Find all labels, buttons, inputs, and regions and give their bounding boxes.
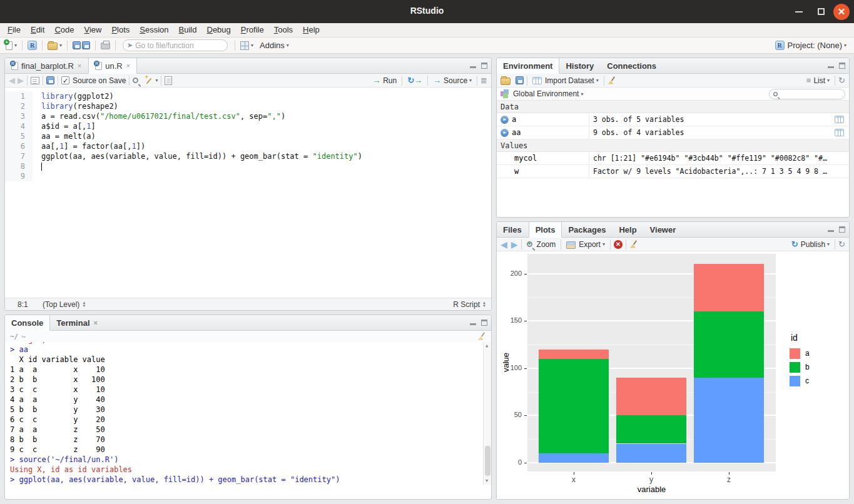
scope-indicator[interactable]: (Top Level)	[43, 300, 79, 309]
maximize-pane-icon[interactable]	[839, 226, 845, 233]
view-data-icon[interactable]	[835, 116, 844, 123]
menu-item-edit[interactable]: Edit	[26, 23, 49, 37]
tab-packages[interactable]: Packages	[562, 222, 613, 237]
minimize-pane-icon[interactable]	[828, 63, 834, 68]
scroll-thumb[interactable]	[485, 446, 491, 476]
tab-history[interactable]: History	[559, 58, 601, 73]
expand-object-icon[interactable]: ▶	[501, 116, 509, 124]
chevron-down-icon[interactable]: ▾	[155, 78, 158, 83]
refresh-plot-icon[interactable]: ↻	[838, 239, 845, 249]
scroll-up-icon[interactable]: ▲	[485, 343, 488, 348]
tab-help[interactable]: Help	[613, 222, 643, 237]
tab-files[interactable]: Files	[497, 222, 529, 237]
scroll-down-icon[interactable]: ▼	[485, 478, 488, 483]
tab-un-r[interactable]: un.R×	[88, 58, 137, 74]
panes-layout-button[interactable]: ▾	[238, 40, 255, 51]
menu-item-session[interactable]: Session	[135, 23, 173, 37]
goto-file-search[interactable]: ➤	[123, 39, 228, 51]
tab-final-barplot-r[interactable]: final_barplot.R×	[5, 58, 88, 73]
tab-plots[interactable]: Plots	[529, 222, 562, 238]
zoom-plot-button[interactable]: Zoom	[525, 239, 558, 250]
document-outline-icon[interactable]: ≣	[480, 76, 487, 85]
addins-button[interactable]: Addins▾	[255, 39, 291, 51]
maximize-pane-icon[interactable]	[481, 320, 487, 326]
minimize-pane-icon[interactable]	[828, 226, 834, 232]
back-icon[interactable]: ◀	[9, 76, 15, 85]
chevron-down-icon[interactable]: ▾	[581, 91, 583, 97]
goto-file-input[interactable]	[135, 41, 216, 50]
refresh-icon[interactable]: ↻	[838, 76, 845, 85]
file-type-indicator[interactable]: R Script	[453, 300, 480, 309]
compile-report-icon[interactable]	[165, 76, 172, 85]
rerun-button[interactable]: ↻→	[405, 74, 424, 86]
environment-search-input[interactable]	[780, 90, 836, 98]
maximize-pane-icon[interactable]	[839, 63, 845, 69]
environment-search[interactable]	[769, 89, 845, 99]
chevron-down-icon[interactable]: ▾	[251, 43, 253, 48]
new-file-button[interactable]: +▾	[4, 40, 19, 51]
environment-object-row[interactable]: ▶aa9 obs. of 4 variables	[497, 126, 849, 139]
tab-connections[interactable]: Connections	[601, 58, 663, 73]
chevron-down-icon[interactable]: ▾	[469, 78, 472, 83]
project-menu[interactable]: R Project: (None) ▾	[775, 41, 850, 50]
console-scrollbar[interactable]: ▲ ▼	[483, 342, 491, 485]
chevron-down-icon[interactable]: ▾	[59, 43, 62, 48]
tab-environment[interactable]: Environment	[497, 58, 559, 74]
scope-selector[interactable]: Global Environment	[513, 89, 579, 98]
menu-item-debug[interactable]: Debug	[202, 23, 236, 37]
environment-object-row[interactable]: ▶a3 obs. of 5 variables	[497, 113, 849, 126]
expand-object-icon[interactable]: ▶	[501, 129, 509, 137]
open-file-button[interactable]: ▾	[46, 40, 64, 51]
code-editor[interactable]: 1library(ggplot2)2library(reshape2)3a = …	[5, 88, 491, 298]
minimize-pane-icon[interactable]	[470, 63, 476, 68]
environment-object-row[interactable]: wFactor w/ 9 levels "Acidobacteria",..: …	[497, 165, 849, 178]
view-data-icon[interactable]	[835, 129, 844, 136]
import-dataset-button[interactable]: Import Dataset ▾	[531, 75, 601, 86]
tab-terminal[interactable]: Terminal×	[50, 315, 104, 330]
source-on-save-checkbox[interactable]: ✓	[61, 76, 69, 84]
tab-console[interactable]: Console	[5, 315, 50, 331]
code-tools-icon[interactable]	[145, 76, 153, 85]
close-tab-icon[interactable]: ×	[126, 62, 130, 69]
new-project-button[interactable]: R	[26, 39, 39, 51]
previous-plot-icon[interactable]: ◀	[501, 239, 507, 249]
tab-viewer[interactable]: Viewer	[644, 222, 683, 237]
chevron-down-icon[interactable]: ▾	[14, 43, 17, 48]
menu-item-plots[interactable]: Plots	[106, 23, 135, 37]
console-output[interactable]: ▲ ▼ Using X, id as id variables> aa X id…	[5, 342, 491, 485]
list-view-button[interactable]: ≡ List ▾	[805, 74, 831, 86]
publish-button[interactable]: ↻ Publish ▾	[790, 238, 831, 250]
popout-icon[interactable]	[31, 77, 39, 84]
forward-icon[interactable]: ▶	[18, 76, 24, 85]
save-all-button[interactable]	[83, 40, 92, 51]
minimize-button[interactable]	[790, 0, 808, 23]
menu-item-code[interactable]: Code	[49, 23, 79, 37]
export-plot-button[interactable]: Export ▾	[564, 239, 607, 250]
minimize-pane-icon[interactable]	[470, 320, 476, 325]
save-button[interactable]	[71, 40, 83, 51]
environment-object-row[interactable]: mycolchr [1:21] "#e6194b" "#3cb44b" "#ff…	[497, 152, 849, 165]
find-icon[interactable]	[133, 78, 138, 83]
menu-item-profile[interactable]: Profile	[236, 23, 269, 37]
source-button[interactable]: →Source▾	[431, 74, 474, 86]
maximize-pane-icon[interactable]	[481, 63, 487, 69]
next-plot-icon[interactable]: ▶	[511, 239, 518, 249]
menu-item-view[interactable]: View	[79, 23, 106, 37]
remove-plot-icon[interactable]: ✕	[614, 240, 623, 249]
print-button[interactable]	[99, 40, 112, 51]
menu-item-build[interactable]: Build	[174, 23, 202, 37]
clear-environment-icon[interactable]	[607, 76, 616, 85]
menu-item-help[interactable]: Help	[298, 23, 325, 37]
run-button[interactable]: →Run	[370, 74, 399, 86]
clear-console-icon[interactable]	[477, 332, 486, 341]
save-icon[interactable]	[46, 76, 54, 84]
close-tab-icon[interactable]: ×	[78, 62, 81, 69]
maximize-button[interactable]	[811, 0, 830, 23]
clear-all-plots-icon[interactable]	[629, 240, 638, 249]
menu-item-file[interactable]: File	[3, 23, 26, 37]
menu-item-tools[interactable]: Tools	[269, 23, 298, 37]
save-workspace-icon[interactable]	[516, 76, 524, 84]
close-button[interactable]: ✕	[832, 0, 851, 23]
goto-directory-icon[interactable]: ↪	[21, 333, 26, 341]
close-tab-icon[interactable]: ×	[94, 319, 98, 326]
